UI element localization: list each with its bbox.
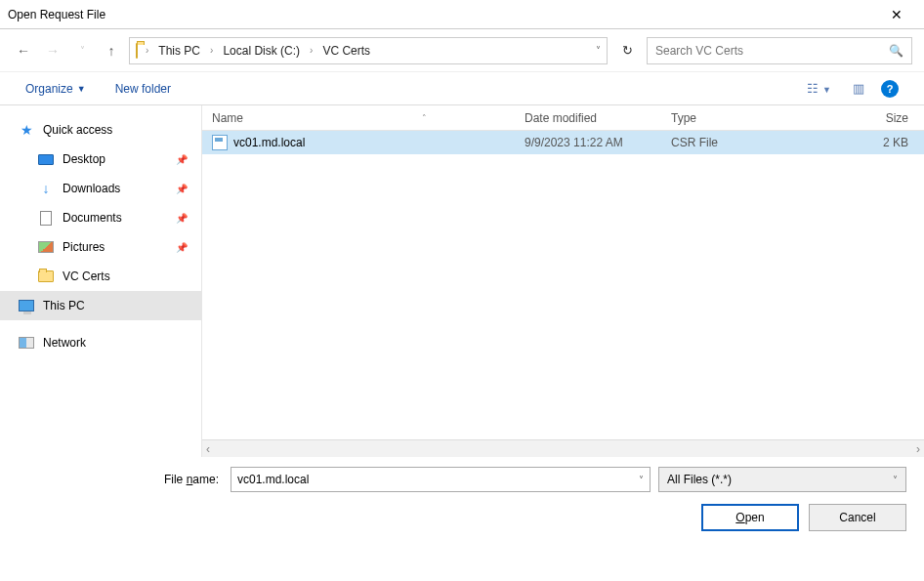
sidebar-label: Documents xyxy=(63,211,122,225)
column-headers: Name ˄ Date modified Type Size xyxy=(202,105,924,131)
cancel-button[interactable]: Cancel xyxy=(809,504,906,531)
toolbar: Organize ▼ New folder ☷ ▼ ▥ ? xyxy=(0,72,924,105)
organize-label: Organize xyxy=(25,82,73,96)
help-icon[interactable]: ? xyxy=(881,80,899,98)
sidebar-label: This PC xyxy=(43,299,85,312)
sidebar: ★ Quick access Desktop 📌 ↓ Downloads 📌 D… xyxy=(0,105,201,457)
chevron-right-icon[interactable]: › xyxy=(208,45,215,56)
download-icon: ↓ xyxy=(37,181,55,196)
file-date: 9/9/2023 11:22 AM xyxy=(515,136,661,149)
col-type[interactable]: Type xyxy=(661,111,798,125)
file-size: 2 KB xyxy=(798,136,924,149)
chevron-down-icon: ▼ xyxy=(77,84,86,94)
pin-icon: 📌 xyxy=(176,154,188,165)
filename-label: File name: xyxy=(18,473,223,486)
forward-icon: → xyxy=(41,43,64,59)
sidebar-item-network[interactable]: Network xyxy=(0,328,201,357)
sidebar-item-quick-access[interactable]: ★ Quick access xyxy=(0,115,201,145)
filter-label: All Files (*.*) xyxy=(667,473,732,486)
search-input[interactable]: 🔍 xyxy=(647,37,912,64)
scroll-right-icon[interactable]: › xyxy=(916,442,920,456)
desktop-icon xyxy=(37,151,55,167)
bottom-panel: File name: ˅ All Files (*.*) ˅ Open Canc… xyxy=(0,457,924,531)
organize-button[interactable]: Organize ▼ xyxy=(25,82,86,96)
file-pane: Name ˄ Date modified Type Size vc01.md.l… xyxy=(201,105,924,457)
sidebar-label: Quick access xyxy=(43,123,112,137)
sidebar-label: VC Certs xyxy=(63,270,110,283)
col-size[interactable]: Size xyxy=(798,111,924,125)
chevron-right-icon[interactable]: › xyxy=(308,45,315,56)
sidebar-item-documents[interactable]: Documents 📌 xyxy=(0,203,201,232)
sidebar-item-pictures[interactable]: Pictures 📌 xyxy=(0,232,201,262)
chevron-down-icon[interactable]: ˅ xyxy=(893,475,898,485)
address-dropdown-icon[interactable]: ˅ xyxy=(596,45,601,56)
sidebar-item-desktop[interactable]: Desktop 📌 xyxy=(0,145,201,174)
titlebar: Open Request File ✕ xyxy=(0,0,924,29)
back-icon[interactable]: ← xyxy=(12,43,35,59)
sidebar-item-vc-certs[interactable]: VC Certs xyxy=(0,262,201,291)
view-mode-button[interactable]: ☷ ▼ xyxy=(802,78,836,99)
new-folder-button[interactable]: New folder xyxy=(115,82,171,96)
file-type-filter[interactable]: All Files (*.*) ˅ xyxy=(658,467,906,492)
nav-row: ← → ˅ ↑ › This PC › Local Disk (C:) › VC… xyxy=(0,29,924,72)
search-field[interactable] xyxy=(655,44,889,58)
up-icon[interactable]: ↑ xyxy=(100,43,123,59)
file-name: vc01.md.local xyxy=(233,136,305,149)
refresh-icon[interactable]: ↻ xyxy=(613,43,641,58)
sidebar-label: Network xyxy=(43,336,86,350)
file-list: vc01.md.local 9/9/2023 11:22 AM CSR File… xyxy=(202,131,924,439)
file-row[interactable]: vc01.md.local 9/9/2023 11:22 AM CSR File… xyxy=(202,131,924,154)
sidebar-label: Pictures xyxy=(63,240,105,254)
preview-pane-button[interactable]: ▥ xyxy=(848,78,869,99)
breadcrumb-seg[interactable]: This PC xyxy=(156,44,202,58)
main-content: ★ Quick access Desktop 📌 ↓ Downloads 📌 D… xyxy=(0,105,924,457)
pin-icon: 📌 xyxy=(176,213,188,224)
chevron-down-icon[interactable]: ˅ xyxy=(639,475,644,485)
scroll-left-icon[interactable]: ‹ xyxy=(206,442,210,456)
col-name[interactable]: Name ˄ xyxy=(202,111,515,125)
sidebar-label: Downloads xyxy=(63,182,120,195)
pin-icon: 📌 xyxy=(176,242,188,253)
open-button[interactable]: Open xyxy=(701,504,799,531)
recent-dropdown-icon[interactable]: ˅ xyxy=(70,45,94,56)
window-title: Open Request File xyxy=(8,8,105,21)
breadcrumb-seg[interactable]: Local Disk (C:) xyxy=(221,44,302,58)
file-icon xyxy=(212,135,228,150)
sidebar-label: Desktop xyxy=(63,152,105,166)
pictures-icon xyxy=(37,239,55,255)
pin-icon: 📌 xyxy=(176,184,188,194)
search-icon[interactable]: 🔍 xyxy=(889,44,903,58)
horizontal-scrollbar[interactable]: ‹ › xyxy=(202,439,924,457)
sidebar-item-downloads[interactable]: ↓ Downloads 📌 xyxy=(0,174,201,203)
breadcrumb-seg[interactable]: VC Certs xyxy=(320,44,372,58)
chevron-right-icon[interactable]: › xyxy=(144,45,150,56)
folder-icon xyxy=(37,269,55,284)
sort-asc-icon: ˄ xyxy=(422,113,515,123)
network-icon xyxy=(18,335,35,351)
filename-combo[interactable]: ˅ xyxy=(231,467,651,492)
file-type: CSR File xyxy=(661,136,798,149)
star-icon: ★ xyxy=(18,122,35,138)
close-icon[interactable]: ✕ xyxy=(877,7,916,22)
filename-input[interactable] xyxy=(237,473,639,486)
pc-icon xyxy=(18,298,35,313)
address-bar[interactable]: › This PC › Local Disk (C:) › VC Certs ˅ xyxy=(129,37,608,64)
document-icon xyxy=(37,210,55,226)
sidebar-item-this-pc[interactable]: This PC xyxy=(0,291,201,320)
col-date[interactable]: Date modified xyxy=(515,111,661,125)
folder-icon xyxy=(136,44,138,58)
